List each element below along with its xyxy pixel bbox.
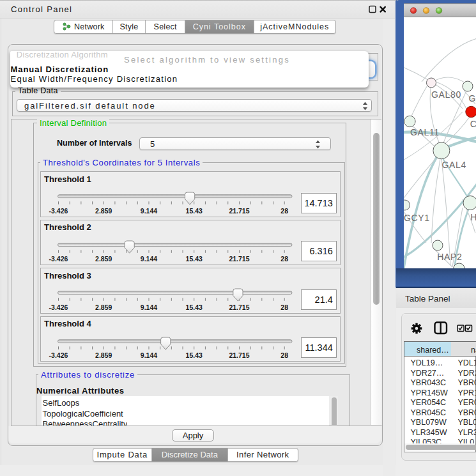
svg-text:GAL: GAL: [469, 93, 476, 104]
svg-text:GAL11: GAL11: [410, 127, 440, 137]
svg-text:GAL80: GAL80: [431, 89, 461, 100]
svg-text:CD: CD: [470, 119, 476, 129]
svg-text:HI: HI: [470, 212, 476, 222]
svg-text:GAL4: GAL4: [442, 160, 466, 170]
svg-text:GCY1: GCY1: [404, 213, 430, 223]
svg-text:HAP2: HAP2: [437, 252, 462, 262]
